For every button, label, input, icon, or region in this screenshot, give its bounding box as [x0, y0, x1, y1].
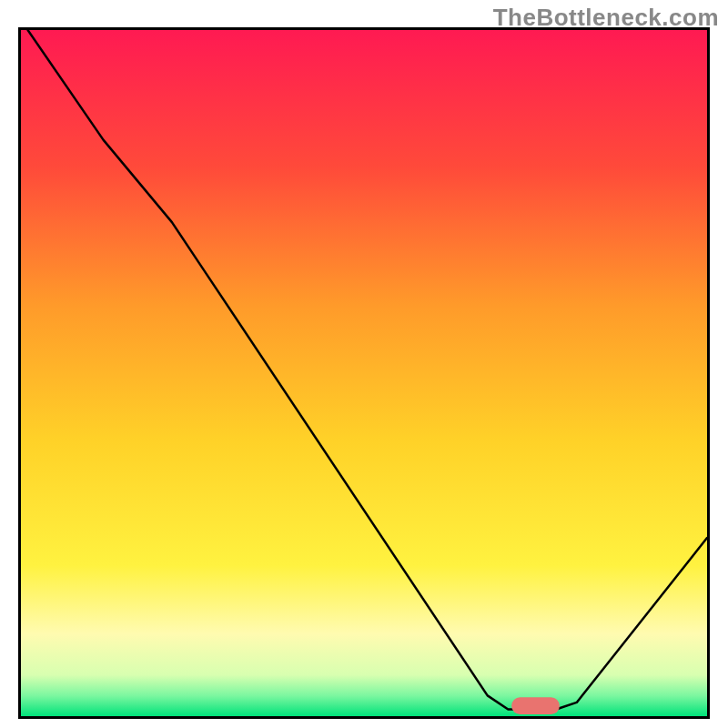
gradient-background: [21, 30, 707, 716]
chart-container: TheBottleneck.com: [0, 0, 728, 728]
plot-svg: [21, 30, 707, 716]
min-marker: [511, 697, 560, 714]
plot-frame: [18, 27, 710, 719]
markers-group: [511, 697, 560, 714]
